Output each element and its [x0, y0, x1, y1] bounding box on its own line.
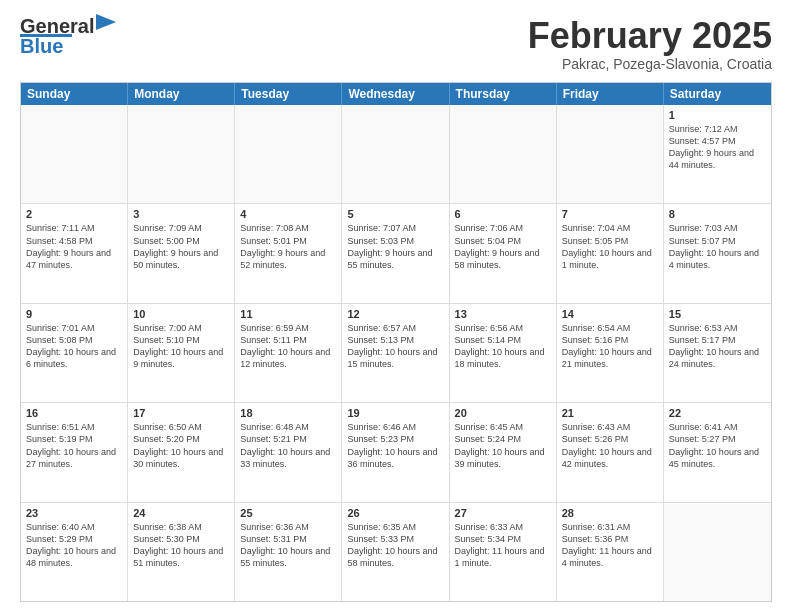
cal-cell: 9Sunrise: 7:01 AM Sunset: 5:08 PM Daylig…	[21, 304, 128, 402]
day-info: Sunrise: 6:45 AM Sunset: 5:24 PM Dayligh…	[455, 421, 551, 470]
day-number: 12	[347, 307, 443, 321]
day-info: Sunrise: 6:57 AM Sunset: 5:13 PM Dayligh…	[347, 322, 443, 371]
day-info: Sunrise: 6:56 AM Sunset: 5:14 PM Dayligh…	[455, 322, 551, 371]
day-info: Sunrise: 7:04 AM Sunset: 5:05 PM Dayligh…	[562, 222, 658, 271]
cal-cell: 21Sunrise: 6:43 AM Sunset: 5:26 PM Dayli…	[557, 403, 664, 501]
cal-cell: 23Sunrise: 6:40 AM Sunset: 5:29 PM Dayli…	[21, 503, 128, 601]
cal-cell: 14Sunrise: 6:54 AM Sunset: 5:16 PM Dayli…	[557, 304, 664, 402]
cal-cell: 6Sunrise: 7:06 AM Sunset: 5:04 PM Daylig…	[450, 204, 557, 302]
day-number: 25	[240, 506, 336, 520]
cal-cell: 27Sunrise: 6:33 AM Sunset: 5:34 PM Dayli…	[450, 503, 557, 601]
day-number: 23	[26, 506, 122, 520]
week-row-3: 16Sunrise: 6:51 AM Sunset: 5:19 PM Dayli…	[21, 403, 771, 502]
cal-cell: 26Sunrise: 6:35 AM Sunset: 5:33 PM Dayli…	[342, 503, 449, 601]
day-info: Sunrise: 6:48 AM Sunset: 5:21 PM Dayligh…	[240, 421, 336, 470]
day-info: Sunrise: 6:54 AM Sunset: 5:16 PM Dayligh…	[562, 322, 658, 371]
header-day-saturday: Saturday	[664, 83, 771, 105]
cal-cell	[342, 105, 449, 203]
logo-arrow-icon	[96, 14, 116, 30]
header-day-wednesday: Wednesday	[342, 83, 449, 105]
day-number: 10	[133, 307, 229, 321]
day-info: Sunrise: 6:41 AM Sunset: 5:27 PM Dayligh…	[669, 421, 766, 470]
day-number: 13	[455, 307, 551, 321]
day-number: 6	[455, 207, 551, 221]
cal-cell: 18Sunrise: 6:48 AM Sunset: 5:21 PM Dayli…	[235, 403, 342, 501]
day-number: 15	[669, 307, 766, 321]
day-number: 4	[240, 207, 336, 221]
cal-cell: 25Sunrise: 6:36 AM Sunset: 5:31 PM Dayli…	[235, 503, 342, 601]
cal-cell: 20Sunrise: 6:45 AM Sunset: 5:24 PM Dayli…	[450, 403, 557, 501]
cal-cell: 1Sunrise: 7:12 AM Sunset: 4:57 PM Daylig…	[664, 105, 771, 203]
subtitle: Pakrac, Pozega-Slavonia, Croatia	[528, 56, 772, 72]
week-row-4: 23Sunrise: 6:40 AM Sunset: 5:29 PM Dayli…	[21, 503, 771, 601]
day-number: 11	[240, 307, 336, 321]
cal-cell: 12Sunrise: 6:57 AM Sunset: 5:13 PM Dayli…	[342, 304, 449, 402]
day-info: Sunrise: 6:43 AM Sunset: 5:26 PM Dayligh…	[562, 421, 658, 470]
cal-cell: 13Sunrise: 6:56 AM Sunset: 5:14 PM Dayli…	[450, 304, 557, 402]
logo-blue: Blue	[20, 35, 63, 58]
main-title: February 2025	[528, 16, 772, 56]
day-number: 24	[133, 506, 229, 520]
cal-cell: 2Sunrise: 7:11 AM Sunset: 4:58 PM Daylig…	[21, 204, 128, 302]
day-info: Sunrise: 6:40 AM Sunset: 5:29 PM Dayligh…	[26, 521, 122, 570]
header-day-friday: Friday	[557, 83, 664, 105]
cal-cell: 10Sunrise: 7:00 AM Sunset: 5:10 PM Dayli…	[128, 304, 235, 402]
cal-cell	[664, 503, 771, 601]
day-info: Sunrise: 7:07 AM Sunset: 5:03 PM Dayligh…	[347, 222, 443, 271]
week-row-2: 9Sunrise: 7:01 AM Sunset: 5:08 PM Daylig…	[21, 304, 771, 403]
cal-cell: 8Sunrise: 7:03 AM Sunset: 5:07 PM Daylig…	[664, 204, 771, 302]
day-number: 5	[347, 207, 443, 221]
day-number: 22	[669, 406, 766, 420]
cal-cell	[128, 105, 235, 203]
page: General Blue February 2025 Pakrac, Pozeg…	[0, 0, 792, 612]
day-info: Sunrise: 6:35 AM Sunset: 5:33 PM Dayligh…	[347, 521, 443, 570]
cal-cell	[450, 105, 557, 203]
week-row-1: 2Sunrise: 7:11 AM Sunset: 4:58 PM Daylig…	[21, 204, 771, 303]
calendar: SundayMondayTuesdayWednesdayThursdayFrid…	[20, 82, 772, 602]
day-number: 18	[240, 406, 336, 420]
day-number: 28	[562, 506, 658, 520]
day-info: Sunrise: 6:31 AM Sunset: 5:36 PM Dayligh…	[562, 521, 658, 570]
header-day-monday: Monday	[128, 83, 235, 105]
day-number: 27	[455, 506, 551, 520]
cal-cell	[21, 105, 128, 203]
cal-cell: 11Sunrise: 6:59 AM Sunset: 5:11 PM Dayli…	[235, 304, 342, 402]
header-day-thursday: Thursday	[450, 83, 557, 105]
calendar-body: 1Sunrise: 7:12 AM Sunset: 4:57 PM Daylig…	[21, 105, 771, 601]
day-number: 1	[669, 108, 766, 122]
day-number: 17	[133, 406, 229, 420]
svg-marker-0	[96, 14, 116, 30]
day-info: Sunrise: 7:00 AM Sunset: 5:10 PM Dayligh…	[133, 322, 229, 371]
day-number: 20	[455, 406, 551, 420]
header-day-tuesday: Tuesday	[235, 83, 342, 105]
day-info: Sunrise: 6:33 AM Sunset: 5:34 PM Dayligh…	[455, 521, 551, 570]
calendar-header: SundayMondayTuesdayWednesdayThursdayFrid…	[21, 83, 771, 105]
day-number: 9	[26, 307, 122, 321]
week-row-0: 1Sunrise: 7:12 AM Sunset: 4:57 PM Daylig…	[21, 105, 771, 204]
day-info: Sunrise: 6:51 AM Sunset: 5:19 PM Dayligh…	[26, 421, 122, 470]
cal-cell: 4Sunrise: 7:08 AM Sunset: 5:01 PM Daylig…	[235, 204, 342, 302]
day-number: 21	[562, 406, 658, 420]
day-info: Sunrise: 6:59 AM Sunset: 5:11 PM Dayligh…	[240, 322, 336, 371]
logo: General Blue	[20, 16, 116, 58]
day-info: Sunrise: 7:08 AM Sunset: 5:01 PM Dayligh…	[240, 222, 336, 271]
cal-cell: 16Sunrise: 6:51 AM Sunset: 5:19 PM Dayli…	[21, 403, 128, 501]
day-number: 7	[562, 207, 658, 221]
header-day-sunday: Sunday	[21, 83, 128, 105]
day-number: 26	[347, 506, 443, 520]
day-info: Sunrise: 6:38 AM Sunset: 5:30 PM Dayligh…	[133, 521, 229, 570]
cal-cell: 5Sunrise: 7:07 AM Sunset: 5:03 PM Daylig…	[342, 204, 449, 302]
day-info: Sunrise: 6:53 AM Sunset: 5:17 PM Dayligh…	[669, 322, 766, 371]
day-number: 8	[669, 207, 766, 221]
cal-cell: 22Sunrise: 6:41 AM Sunset: 5:27 PM Dayli…	[664, 403, 771, 501]
day-info: Sunrise: 6:46 AM Sunset: 5:23 PM Dayligh…	[347, 421, 443, 470]
day-number: 3	[133, 207, 229, 221]
day-info: Sunrise: 7:03 AM Sunset: 5:07 PM Dayligh…	[669, 222, 766, 271]
day-info: Sunrise: 6:50 AM Sunset: 5:20 PM Dayligh…	[133, 421, 229, 470]
header: General Blue February 2025 Pakrac, Pozeg…	[20, 16, 772, 72]
day-number: 2	[26, 207, 122, 221]
cal-cell: 24Sunrise: 6:38 AM Sunset: 5:30 PM Dayli…	[128, 503, 235, 601]
cal-cell: 17Sunrise: 6:50 AM Sunset: 5:20 PM Dayli…	[128, 403, 235, 501]
cal-cell: 3Sunrise: 7:09 AM Sunset: 5:00 PM Daylig…	[128, 204, 235, 302]
cal-cell	[235, 105, 342, 203]
